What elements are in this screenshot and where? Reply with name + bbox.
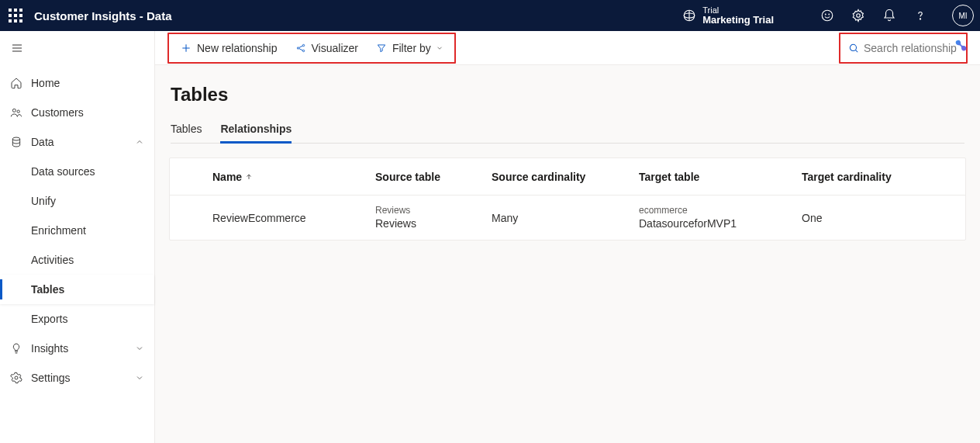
svg-point-7 bbox=[12, 109, 16, 112]
nav-label: Data sources bbox=[31, 165, 95, 178]
svg-point-8 bbox=[17, 110, 19, 112]
chevron-down-icon bbox=[436, 42, 443, 54]
share-icon bbox=[295, 42, 307, 54]
col-target-cardinality[interactable]: Target cardinality bbox=[802, 171, 941, 183]
nav-data-sources[interactable]: Data sources bbox=[0, 157, 154, 186]
table-row[interactable]: ReviewEcommerce Reviews Reviews Many eco… bbox=[170, 196, 965, 240]
environment-picker[interactable]: Trial Marketing Trial bbox=[682, 5, 774, 26]
relationships-table: Name Source table Source cardinality Tar… bbox=[169, 157, 966, 241]
search-icon bbox=[848, 43, 859, 54]
command-bar: New relationship Visualizer Filter by bbox=[155, 31, 980, 65]
visualizer-button[interactable]: Visualizer bbox=[287, 36, 366, 61]
chevron-down-icon bbox=[134, 372, 145, 383]
hamburger-toggle[interactable] bbox=[3, 34, 31, 62]
nav-settings[interactable]: Settings bbox=[0, 363, 154, 393]
nav-label: Insights bbox=[31, 342, 68, 355]
nav-label: Activities bbox=[31, 254, 74, 266]
nav-label: Home bbox=[31, 77, 60, 89]
cell-target-main: DatasourceforMVP1 bbox=[639, 217, 802, 230]
svg-point-5 bbox=[857, 14, 861, 18]
chevron-up-icon bbox=[134, 137, 145, 147]
nav-exports[interactable]: Exports bbox=[0, 304, 154, 334]
tab-relationships[interactable]: Relationships bbox=[220, 118, 292, 143]
nav-data[interactable]: Data bbox=[0, 127, 154, 157]
gear-icon bbox=[9, 371, 23, 385]
nav-tables[interactable]: Tables bbox=[0, 275, 154, 304]
nav-label: Customers bbox=[31, 106, 84, 119]
chevron-down-icon bbox=[134, 343, 145, 354]
filter-icon bbox=[375, 42, 388, 54]
cell-target-sub: ecommerce bbox=[639, 205, 802, 216]
svg-point-10 bbox=[15, 376, 18, 379]
environment-icon bbox=[682, 9, 696, 22]
cell-src-card: Many bbox=[492, 212, 518, 224]
col-label: Source table bbox=[375, 171, 440, 183]
page-title: Tables bbox=[171, 84, 964, 106]
top-header: Customer Insights - Data Trial Marketing… bbox=[0, 0, 980, 31]
col-target-table[interactable]: Target table bbox=[639, 171, 802, 183]
nav-activities[interactable]: Activities bbox=[0, 245, 154, 275]
cell-name: ReviewEcommerce bbox=[212, 212, 306, 224]
nav-unify[interactable]: Unify bbox=[0, 186, 154, 216]
nav-label: Data bbox=[31, 136, 54, 148]
notifications-icon[interactable] bbox=[882, 9, 896, 22]
nav-label: Enrichment bbox=[31, 224, 86, 237]
nav-label: Tables bbox=[31, 283, 64, 296]
highlight-left: New relationship Visualizer Filter by bbox=[167, 33, 456, 64]
tab-label: Tables bbox=[171, 123, 202, 135]
button-label: New relationship bbox=[197, 42, 278, 54]
home-icon bbox=[9, 76, 23, 90]
svg-point-14 bbox=[850, 44, 856, 50]
env-label-large: Marketing Trial bbox=[702, 15, 774, 26]
data-icon bbox=[9, 135, 23, 149]
search-relationships[interactable] bbox=[844, 36, 963, 61]
col-label: Name bbox=[212, 171, 242, 183]
cell-source-sub: Reviews bbox=[375, 205, 492, 216]
help-icon[interactable] bbox=[913, 9, 927, 22]
avatar-initials: MI bbox=[958, 12, 967, 20]
filter-by-button[interactable]: Filter by bbox=[368, 36, 451, 61]
col-name[interactable]: Name bbox=[212, 171, 375, 183]
sidebar: Home Customers Data Data sources Unify E… bbox=[0, 31, 155, 443]
nav-label: Exports bbox=[31, 313, 67, 325]
cell-source-main: Reviews bbox=[375, 217, 492, 230]
table-header-row: Name Source table Source cardinality Tar… bbox=[170, 158, 965, 196]
svg-point-9 bbox=[12, 137, 19, 140]
nav-home[interactable]: Home bbox=[0, 68, 154, 98]
nav-label: Unify bbox=[31, 195, 56, 207]
svg-point-3 bbox=[825, 14, 826, 15]
svg-point-4 bbox=[829, 14, 830, 15]
col-label: Target cardinality bbox=[802, 171, 892, 183]
new-relationship-button[interactable]: New relationship bbox=[172, 36, 285, 61]
svg-point-13 bbox=[302, 50, 304, 51]
plus-icon bbox=[180, 42, 192, 54]
main-content: New relationship Visualizer Filter by bbox=[155, 31, 980, 443]
svg-point-2 bbox=[822, 10, 833, 21]
svg-point-12 bbox=[302, 44, 304, 46]
nav-enrichment[interactable]: Enrichment bbox=[0, 216, 154, 245]
tab-tables[interactable]: Tables bbox=[171, 118, 202, 143]
highlight-search bbox=[839, 33, 968, 64]
svg-point-11 bbox=[297, 47, 298, 48]
feedback-icon[interactable] bbox=[820, 9, 834, 22]
button-label: Filter by bbox=[392, 42, 431, 54]
col-label: Target table bbox=[639, 171, 699, 183]
tab-label: Relationships bbox=[220, 123, 292, 135]
col-source-table[interactable]: Source table bbox=[375, 171, 492, 183]
app-title: Customer Insights - Data bbox=[34, 9, 172, 22]
copilot-icon[interactable] bbox=[952, 37, 971, 56]
col-source-cardinality[interactable]: Source cardinality bbox=[492, 171, 639, 183]
app-launcher-icon[interactable] bbox=[6, 6, 25, 25]
tab-list: Tables Relationships bbox=[171, 118, 964, 144]
nav-insights[interactable]: Insights bbox=[0, 334, 154, 363]
svg-point-6 bbox=[920, 19, 920, 19]
sort-asc-icon bbox=[245, 173, 253, 181]
search-input[interactable] bbox=[864, 42, 957, 54]
avatar[interactable]: MI bbox=[952, 5, 974, 26]
col-label: Source cardinality bbox=[492, 171, 585, 183]
customers-icon bbox=[9, 106, 23, 119]
insights-icon bbox=[9, 341, 23, 355]
settings-icon[interactable] bbox=[851, 9, 865, 22]
nav-label: Settings bbox=[31, 372, 71, 384]
nav-customers[interactable]: Customers bbox=[0, 98, 154, 127]
